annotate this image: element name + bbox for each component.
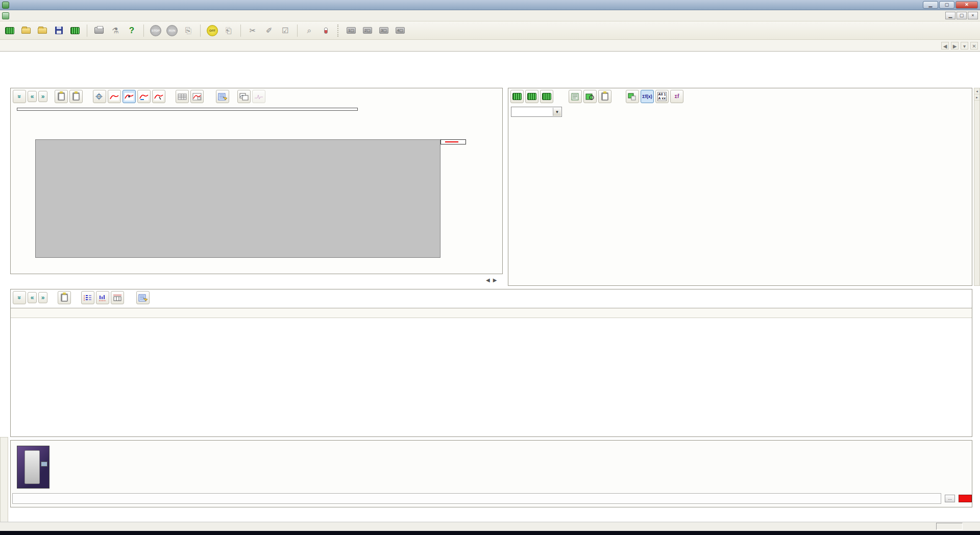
reduction-table-body[interactable] xyxy=(11,318,972,436)
reduction-chart-button[interactable]: Σf̂ xyxy=(670,90,683,103)
open-data-button[interactable] xyxy=(36,24,49,37)
table-view-button[interactable] xyxy=(176,90,189,103)
calibrate-button[interactable]: ✂ xyxy=(246,24,259,37)
tab-list-button[interactable]: ▾ xyxy=(961,42,968,50)
table-prev-button[interactable]: « xyxy=(28,292,37,303)
well-id-display-button[interactable]: All 1A xx xyxy=(655,90,669,103)
document-tab-bar xyxy=(0,40,980,52)
table-next-button[interactable]: » xyxy=(38,292,47,303)
pause-icon: ⎘ xyxy=(185,27,191,34)
wash-button[interactable]: ✐ xyxy=(262,24,276,37)
scale-x-axis-button[interactable] xyxy=(137,90,151,103)
source-plate-2-button[interactable]: 2▢ xyxy=(361,24,374,37)
source-plate-1-button[interactable]: 1▢ xyxy=(345,24,358,37)
source-plate-3-button[interactable]: 3▢ xyxy=(377,24,390,37)
run-button[interactable]: RUN xyxy=(165,24,179,37)
num-lock-indicator xyxy=(936,523,963,530)
instrument-status-panel: ... xyxy=(10,440,972,507)
dropdown-arrow-icon: ▼ xyxy=(553,108,561,116)
read-mode-dropdown[interactable]: ▼ xyxy=(511,107,562,117)
hook-icon: ⌕ xyxy=(307,27,311,34)
zoom-pan-button[interactable] xyxy=(93,90,106,103)
minimize-button[interactable]: ▁ xyxy=(923,1,938,9)
mdi-close-button[interactable]: × xyxy=(968,12,978,19)
detail-graph-panel: » « » xyxy=(10,88,503,274)
manual-scale-button[interactable] xyxy=(152,90,165,103)
print-button[interactable] xyxy=(92,24,106,37)
pause-button[interactable]: ⎘ xyxy=(182,24,195,37)
legend-line-sample xyxy=(445,141,458,142)
docked-panel-tab[interactable] xyxy=(0,437,8,523)
transfer-status-button[interactable]: ⎗ xyxy=(222,24,235,37)
stop-button[interactable]: STOP xyxy=(149,24,162,37)
caliper-icon: ✂ xyxy=(250,27,256,34)
plate-readmode-row: ▼ xyxy=(511,107,597,117)
graph-table-view-button[interactable] xyxy=(190,90,204,103)
show-all-wells-button[interactable] xyxy=(510,90,524,103)
subtab-left-button[interactable]: ◀ xyxy=(486,277,490,283)
column-format-button[interactable] xyxy=(96,291,109,304)
overlay-traces-button[interactable] xyxy=(237,90,251,103)
reduction-section: » « » xyxy=(10,289,972,437)
select-wells-cursor-button[interactable] xyxy=(525,90,538,103)
plate-paste-button[interactable] xyxy=(598,90,611,103)
select-wells-hand-button[interactable] xyxy=(540,90,553,103)
prev-view-button[interactable]: « xyxy=(28,91,37,102)
new-protocol-button[interactable] xyxy=(3,24,16,37)
tab-scroll-left-button[interactable]: ◀ xyxy=(941,42,949,50)
single-trace-button[interactable] xyxy=(252,90,265,103)
save-button[interactable] xyxy=(52,24,65,37)
plate-zoom-button[interactable] xyxy=(583,90,597,103)
paste-values-button[interactable] xyxy=(55,90,68,103)
tab-close-button[interactable]: ✕ xyxy=(970,42,978,50)
thermometer-button[interactable] xyxy=(319,24,332,37)
reduction-toolbar: » « » xyxy=(11,289,972,306)
maximize-button[interactable]: ▢ xyxy=(939,1,954,9)
mdi-restore-button[interactable]: ▢ xyxy=(957,12,967,19)
help-icon: ? xyxy=(129,26,134,36)
off-icon: OFF xyxy=(207,25,218,36)
help-button[interactable]: ? xyxy=(125,24,138,37)
windows-taskbar[interactable] xyxy=(0,531,980,535)
row-format-button[interactable] xyxy=(81,291,94,304)
open-file-button[interactable] xyxy=(19,24,33,37)
subtab-right-button[interactable]: ▶ xyxy=(493,277,497,283)
checklist-button[interactable]: ☑ xyxy=(279,24,292,37)
main-toolbar: ⚗ ? STOP RUN ⎘ OFF ⎗ ✂ ✐ ☑ ⌕ 1▢ 2▢ 3▢ 4▢ xyxy=(0,21,980,40)
mdi-minimize-button[interactable]: ▁ xyxy=(945,12,955,19)
scale-pinned-button[interactable] xyxy=(122,90,136,103)
detail-graph-plot[interactable] xyxy=(35,139,440,258)
collapse-table-button[interactable]: » xyxy=(13,291,26,304)
plate-toolbar: Σf(x) All 1A xx Σf̂ xyxy=(508,88,972,105)
fit-columns-button[interactable] xyxy=(111,291,124,304)
menu-bar xyxy=(0,10,980,21)
corrections-summary xyxy=(17,108,358,111)
close-button[interactable]: ✕ xyxy=(955,1,978,9)
copy-graph-button[interactable] xyxy=(69,90,83,103)
scale-to-fit-all-button[interactable] xyxy=(108,90,121,103)
reagents-button[interactable]: ⚗ xyxy=(109,24,122,37)
tab-scroll-right-button[interactable]: ▶ xyxy=(951,42,959,50)
hook-button[interactable]: ⌕ xyxy=(303,24,316,37)
instrument-photo xyxy=(17,446,50,489)
table-paste-button[interactable] xyxy=(58,291,71,304)
thermometer-icon xyxy=(324,28,328,34)
source-plate-4-button[interactable]: 4▢ xyxy=(394,24,407,37)
next-view-button[interactable]: » xyxy=(38,91,47,102)
lamp-off-button[interactable]: OFF xyxy=(206,24,219,37)
table-options-menu-button[interactable] xyxy=(136,291,150,304)
splitter-collapse-button[interactable]: ◂ xyxy=(974,88,979,94)
splitter-expand-button[interactable]: ▸ xyxy=(974,94,979,101)
notes-button[interactable] xyxy=(569,90,582,103)
graph-options-menu-button[interactable] xyxy=(216,90,229,103)
run-icon: RUN xyxy=(166,25,178,36)
bottle-icon: ⚗ xyxy=(112,27,118,34)
plate-export-button[interactable] xyxy=(626,90,639,103)
collapse-panel-button[interactable]: » xyxy=(13,90,26,103)
export-button[interactable] xyxy=(68,24,82,37)
graph-legend xyxy=(440,139,466,144)
reduction-function-button[interactable]: Σf(x) xyxy=(641,90,654,103)
fault-details-button[interactable]: ... xyxy=(945,495,955,502)
application-window: ▁ ▢ ✕ ▁ ▢ × ⚗ ? STOP RUN ⎘ OFF ⎗ ✂ ✐ ☑ xyxy=(0,0,980,535)
status-bar xyxy=(0,522,980,531)
